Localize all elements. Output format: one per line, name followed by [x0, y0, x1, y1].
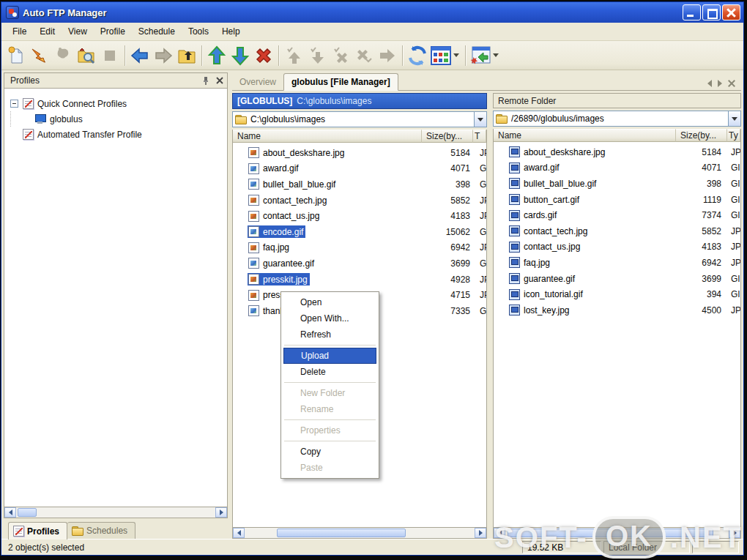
file-row[interactable]: guarantee.gif3699GI: [494, 271, 740, 287]
tab-schedules[interactable]: Schedules: [67, 522, 135, 539]
file-row[interactable]: bullet_ball_blue.gif398GI: [494, 176, 740, 192]
forward-button[interactable]: [152, 44, 175, 67]
tab-profiles[interactable]: Profiles: [8, 522, 67, 540]
local-column-headers: Name Size(by... T: [232, 130, 487, 143]
menu-tools[interactable]: Tools: [182, 24, 215, 39]
scroll-right-icon[interactable]: [215, 507, 227, 518]
menu-edit[interactable]: Edit: [33, 24, 62, 39]
column-name[interactable]: Name: [494, 129, 676, 142]
pin-icon[interactable]: [201, 75, 211, 86]
tree-item-globulus[interactable]: globulus: [10, 111, 224, 127]
local-hscrollbar[interactable]: [232, 528, 487, 539]
stop-button[interactable]: [98, 44, 122, 67]
upload-icon: [207, 45, 227, 66]
queue-remove-button[interactable]: [352, 44, 376, 67]
combo-dropdown-icon[interactable]: [728, 111, 740, 126]
menu-schedule[interactable]: Schedule: [132, 24, 182, 39]
file-manager-button[interactable]: [75, 44, 98, 67]
context-copy[interactable]: Copy: [281, 444, 379, 460]
tree-item-quick-connect[interactable]: Quick Connect Profiles: [10, 96, 224, 111]
restore-button[interactable]: [702, 4, 721, 20]
file-row[interactable]: icon_tutorial.gif394GI: [494, 286, 740, 302]
file-row-selected[interactable]: encode.gif15062GI: [233, 224, 486, 240]
column-size[interactable]: Size(by...: [422, 130, 473, 143]
view-style-dropdown[interactable]: [453, 53, 459, 57]
remote-header: Remote Folder: [493, 93, 741, 108]
scroll-left-icon[interactable]: [233, 528, 245, 538]
file-row[interactable]: guarantee.gif3699GI: [233, 255, 486, 272]
file-row[interactable]: faq.jpg6942JP: [494, 255, 740, 271]
bottom-tab-bar: Profiles Schedules: [4, 518, 228, 539]
file-row[interactable]: bullet_ball_blue.gif398GI: [233, 176, 486, 193]
disconnect-button[interactable]: [51, 44, 75, 67]
queue-download-button[interactable]: [305, 44, 329, 67]
profile-group-icon: [23, 98, 34, 109]
scroll-right-icon[interactable]: [475, 528, 486, 538]
menu-view[interactable]: View: [62, 24, 94, 39]
panel-close-icon[interactable]: [215, 76, 224, 85]
tab-scroll-right-icon[interactable]: [718, 80, 722, 87]
tree-item-automated-transfer[interactable]: Automated Transfer Profile: [10, 127, 224, 142]
column-type[interactable]: Ty: [727, 129, 740, 142]
collapse-icon[interactable]: [10, 100, 18, 108]
context-open[interactable]: Open: [281, 294, 379, 310]
queue-delete-button[interactable]: [329, 44, 352, 67]
toolbar-separator: [278, 45, 279, 66]
profiles-hscrollbar[interactable]: [4, 507, 228, 518]
toolbar-separator: [201, 45, 202, 66]
file-row[interactable]: contact_tech.jpg5852JP: [494, 223, 740, 239]
parent-folder-button[interactable]: [175, 44, 198, 67]
delete-button[interactable]: [252, 44, 275, 67]
file-row[interactable]: about_deskshare.jpg5184JP: [233, 145, 486, 161]
tab-file-manager[interactable]: globulus [File Manager]: [283, 73, 398, 91]
file-row[interactable]: award.gif4071GI: [494, 160, 740, 176]
file-row[interactable]: about_deskshare.jpg5184JP: [494, 144, 740, 160]
tab-scroll-left-icon[interactable]: [707, 80, 712, 87]
back-button[interactable]: [128, 44, 152, 67]
remote-path-combo[interactable]: /26890/globulus/images: [493, 111, 741, 127]
transfer-mode-dropdown[interactable]: [493, 53, 499, 57]
file-row[interactable]: lost_key.jpg4500JP: [494, 302, 740, 318]
scrollbar-thumb[interactable]: [18, 508, 37, 517]
file-row[interactable]: contact_us.jpg4183JP: [233, 208, 486, 224]
column-name[interactable]: Name: [233, 130, 422, 143]
close-button[interactable]: [722, 4, 740, 20]
local-path-combo[interactable]: C:\globulus\images: [232, 111, 487, 127]
minimize-button[interactable]: [683, 4, 701, 20]
transfer-mode-button[interactable]: [469, 44, 492, 67]
file-row[interactable]: faq.jpg6942JP: [233, 240, 486, 256]
tab-overview[interactable]: Overview: [232, 74, 283, 90]
tab-close-icon[interactable]: [728, 80, 735, 87]
scroll-left-icon[interactable]: [4, 507, 16, 518]
scrollbar-thumb[interactable]: [277, 529, 406, 537]
context-refresh[interactable]: Refresh: [281, 326, 379, 343]
file-row[interactable]: button_cart.gif1119GI: [494, 192, 740, 208]
context-delete[interactable]: Delete: [281, 364, 379, 380]
file-row-selected[interactable]: presskit.jpg4928JP: [233, 272, 486, 288]
view-style-button[interactable]: [429, 44, 453, 67]
file-row[interactable]: contact_tech.jpg5852JP: [233, 193, 486, 209]
forward-icon: [153, 46, 174, 65]
file-row[interactable]: award.gif4071GI: [233, 161, 486, 177]
context-open-with[interactable]: Open With...: [281, 310, 379, 326]
context-upload[interactable]: Upload: [283, 348, 376, 364]
combo-dropdown-icon[interactable]: [474, 112, 486, 127]
column-type[interactable]: T: [473, 130, 486, 143]
queue-download-icon: [308, 46, 327, 65]
remote-file-icon: [509, 225, 520, 236]
refresh-button[interactable]: [406, 44, 429, 67]
file-row[interactable]: contact_us.jpg4183JP: [494, 239, 740, 255]
upload-button[interactable]: [205, 44, 228, 67]
download-button[interactable]: [228, 44, 252, 67]
file-row[interactable]: cards.gif7374GI: [494, 207, 740, 223]
menu-profile[interactable]: Profile: [94, 24, 132, 39]
process-queue-button[interactable]: [376, 44, 399, 67]
queue-upload-button[interactable]: [282, 44, 305, 67]
title-bar: Auto FTP Manager: [1, 2, 743, 23]
column-size[interactable]: Size(by...: [676, 129, 727, 142]
connect-button[interactable]: [28, 44, 51, 67]
menu-file[interactable]: File: [6, 24, 33, 39]
menu-help[interactable]: Help: [215, 24, 247, 39]
new-profile-button[interactable]: [4, 44, 28, 67]
folder-icon: [496, 114, 508, 123]
